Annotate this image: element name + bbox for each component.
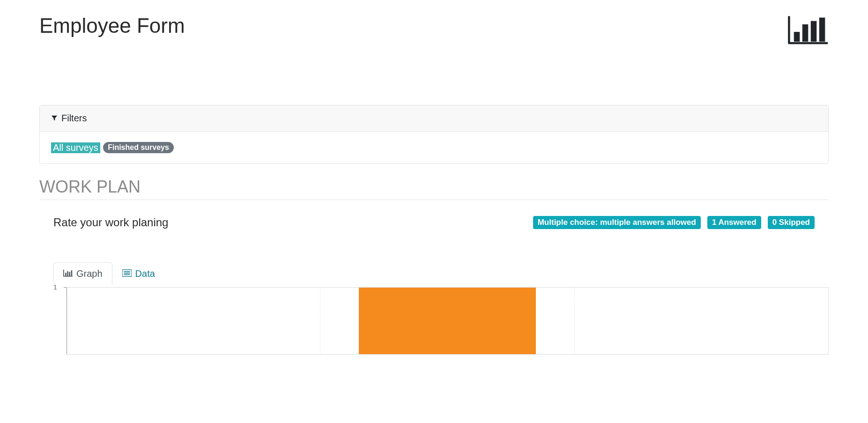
filter-icon — [51, 113, 58, 124]
svg-rect-5 — [819, 18, 825, 41]
question-text: Rate your work planing — [53, 216, 168, 229]
chart-column — [67, 288, 320, 354]
svg-rect-4 — [811, 21, 816, 41]
filters-header[interactable]: Filters — [40, 105, 828, 132]
chart-bar — [359, 288, 536, 354]
filters-panel: Filters All surveys Finished surveys — [39, 105, 829, 164]
list-icon — [122, 268, 132, 279]
badge-skipped-count: 0 Skipped — [768, 216, 815, 229]
chart-area: 1 — [53, 284, 829, 355]
chart-column — [320, 288, 574, 354]
filter-finished-surveys[interactable]: Finished surveys — [103, 142, 174, 153]
svg-rect-2 — [794, 32, 800, 42]
tab-graph[interactable]: Graph — [53, 262, 112, 285]
svg-rect-9 — [67, 271, 68, 276]
badge-answered-count: 1 Answered — [707, 216, 761, 229]
bar-chart-icon — [786, 14, 829, 49]
bar-chart-small-icon — [63, 268, 73, 279]
chart-plot — [67, 287, 829, 355]
filters-label: Filters — [61, 113, 87, 124]
section-divider — [39, 200, 829, 200]
section-title: WORK PLAN — [39, 177, 829, 197]
svg-rect-10 — [69, 272, 71, 276]
tab-graph-label: Graph — [76, 268, 103, 279]
y-axis-tick-label: 1 — [53, 284, 57, 291]
tab-data[interactable]: Data — [112, 262, 165, 285]
page-title: Employee Form — [39, 14, 185, 37]
svg-rect-3 — [802, 24, 808, 41]
filter-all-surveys[interactable]: All surveys — [51, 142, 100, 153]
tab-data-label: Data — [135, 268, 155, 279]
chart-column — [574, 288, 828, 354]
svg-rect-11 — [71, 270, 73, 276]
svg-rect-8 — [65, 273, 67, 276]
badge-question-type: Multiple choice: multiple answers allowe… — [533, 216, 701, 229]
